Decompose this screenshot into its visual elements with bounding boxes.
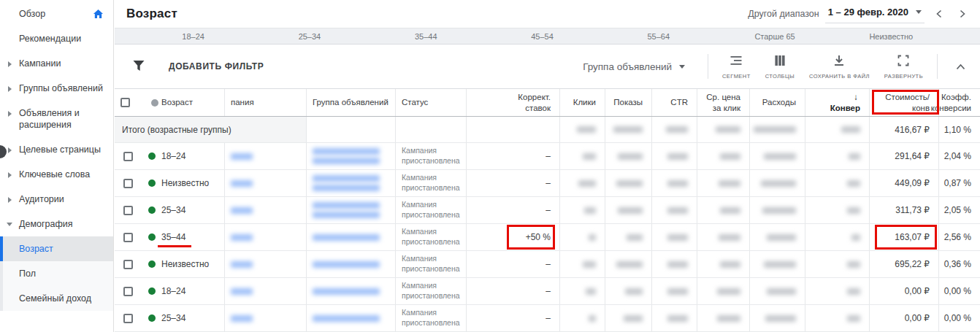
cell-age: 35–44 xyxy=(160,224,224,250)
cell-campaign-blurred xyxy=(224,251,306,277)
cell-cost-blurred xyxy=(749,305,805,331)
filter-icon xyxy=(132,60,145,74)
status-text: Кампания приостановлена xyxy=(402,227,466,247)
blurred-campaign-link[interactable] xyxy=(231,315,253,322)
row-checkbox[interactable] xyxy=(123,314,133,323)
column-header-status[interactable]: Статус xyxy=(395,89,466,116)
column-header-dot[interactable] xyxy=(144,89,160,116)
sidebar-item-семейный-доход[interactable]: Семейный доход xyxy=(0,286,113,311)
column-header-campaign[interactable]: пания xyxy=(224,89,306,116)
age-value: 25–34 xyxy=(161,313,185,323)
blurred-campaign-link[interactable] xyxy=(231,153,253,160)
blurred-value xyxy=(616,261,643,268)
column-header-clicks[interactable]: Клики xyxy=(559,89,605,116)
blurred-value xyxy=(719,180,740,187)
blurred-value xyxy=(667,261,688,268)
cell-conversions-blurred xyxy=(805,251,869,277)
blurred-campaign-link[interactable] xyxy=(231,234,253,241)
blurred-campaign-link[interactable] xyxy=(231,207,253,214)
sidebar-item-рекомендации[interactable]: Рекомендации xyxy=(0,26,113,51)
cell-bid-empty xyxy=(466,117,559,142)
blurred-value xyxy=(618,153,643,160)
collapse-table-button[interactable] xyxy=(947,60,974,74)
cell-status-dot xyxy=(144,251,160,277)
blurred-ad-group-link[interactable] xyxy=(313,234,380,241)
cell-cost-per-conv: 311,73 ₽ xyxy=(869,197,938,223)
add-filter-button[interactable]: ДОБАВИТЬ ФИЛЬТР xyxy=(132,60,264,74)
cell-cost-per-conv: 163,07 ₽ xyxy=(869,224,938,250)
cell-conversions-blurred xyxy=(805,143,869,169)
blurred-ad-group-link[interactable] xyxy=(313,148,380,164)
column-header-ctr[interactable]: CTR xyxy=(651,89,697,116)
age-bucket-axis-label: Неизвестно xyxy=(833,32,949,41)
row-checkbox[interactable] xyxy=(123,206,133,215)
cell-checkbox xyxy=(115,278,144,304)
sidebar-item-объявления-и-расширения[interactable]: Объявления и расширения xyxy=(0,101,113,137)
cell-impressions-blurred xyxy=(605,170,651,196)
table-row: НеизвестноКампания приостановлена–449,09… xyxy=(115,170,980,197)
header-line: Возраст xyxy=(161,97,193,107)
cell-bid-adjustment: – xyxy=(466,170,559,196)
column-header-label: Возраст xyxy=(161,97,193,107)
sidebar-item-демография[interactable]: Демография xyxy=(0,212,113,236)
row-checkbox[interactable] xyxy=(123,179,133,188)
cell-ctr-blurred xyxy=(651,197,697,223)
sidebar-item-ключевые-слова[interactable]: Ключевые слова xyxy=(0,162,113,187)
next-period-button[interactable] xyxy=(954,9,971,18)
blurred-ad-group-link[interactable] xyxy=(313,261,380,268)
column-header-group[interactable]: Группа объявлений xyxy=(306,89,395,116)
sidebar-item-кампании[interactable]: Кампании xyxy=(0,51,113,76)
column-header-bid[interactable]: Коррект.ставок xyxy=(466,89,559,116)
column-header-impressions[interactable]: Показы xyxy=(605,89,651,116)
blurred-ad-group-link[interactable] xyxy=(313,288,380,295)
column-header-check[interactable] xyxy=(115,89,144,116)
column-header-cpc[interactable]: Ср. ценаза клик xyxy=(697,89,749,116)
date-range-picker[interactable]: 1 – 29 февр. 2020 xyxy=(825,4,925,23)
column-header-age[interactable]: Возраст xyxy=(160,89,224,116)
column-header-conversions[interactable]: ↓Конвер xyxy=(805,89,869,116)
blurred-value xyxy=(717,288,740,295)
blurred-value xyxy=(578,180,596,187)
blurred-campaign-link[interactable] xyxy=(231,180,253,187)
previous-period-button[interactable] xyxy=(930,9,948,18)
развернуть-button[interactable]: РАЗВЕРНУТЬ xyxy=(877,54,930,80)
сегмент-button[interactable]: СЕГМЕНТ xyxy=(715,54,758,80)
row-checkbox[interactable] xyxy=(123,260,133,269)
sidebar-item-пол[interactable]: Пол xyxy=(0,261,113,286)
blurred-campaign-link[interactable] xyxy=(231,288,253,295)
column-header-conv_rate[interactable]: Коэфф.конверсии xyxy=(938,89,980,116)
sidebar-item-аудитории[interactable]: Аудитории xyxy=(0,187,113,212)
columns-icon xyxy=(773,54,786,69)
home-icon[interactable] xyxy=(93,9,104,22)
column-header-cost[interactable]: Расходы xyxy=(749,89,805,116)
cell-clicks-blurred xyxy=(559,197,605,223)
column-header-cpa[interactable]: Стоимость/конв xyxy=(869,89,938,116)
blurred-value xyxy=(667,288,688,295)
sidebar-item-возраст[interactable]: Возраст xyxy=(0,236,113,261)
header-line: Группа объявлений xyxy=(313,97,388,107)
row-checkbox[interactable] xyxy=(123,152,133,161)
cell-conv-rate: 1,10 % xyxy=(938,117,980,142)
сохранить-в-файл-button[interactable]: СОХРАНИТЬ В ФАЙЛ xyxy=(802,54,877,80)
blurred-value xyxy=(764,261,796,268)
blurred-value xyxy=(767,234,796,241)
cell-cost-blurred xyxy=(749,170,805,196)
column-header-label: Клики xyxy=(573,97,596,107)
row-checkbox[interactable] xyxy=(123,233,133,242)
blurred-value xyxy=(847,261,860,268)
view-level-dropdown[interactable]: Группа объявлений xyxy=(583,61,685,72)
row-checkbox[interactable] xyxy=(123,287,133,296)
sidebar-item-группы-объявлений[interactable]: Группы объявлений xyxy=(0,76,113,101)
cell-cost-per-conv: 0,00 ₽ xyxy=(869,305,938,331)
blurred-ad-group-link[interactable] xyxy=(313,202,380,218)
header-line: конверсии xyxy=(931,103,971,113)
blurred-campaign-link[interactable] xyxy=(231,261,253,268)
blurred-ad-group-link[interactable] xyxy=(313,315,380,322)
select-all-checkbox[interactable] xyxy=(120,98,130,107)
sidebar-item-целевые-страницы[interactable]: Целевые страницы xyxy=(0,137,113,162)
enabled-status-dot xyxy=(148,206,156,214)
toolbar-divider xyxy=(708,54,708,79)
blurred-ad-group-link[interactable] xyxy=(313,175,380,191)
столбцы-button[interactable]: СТОЛБЦЫ xyxy=(758,54,802,80)
sidebar-item-обзор[interactable]: Обзор xyxy=(0,1,113,26)
